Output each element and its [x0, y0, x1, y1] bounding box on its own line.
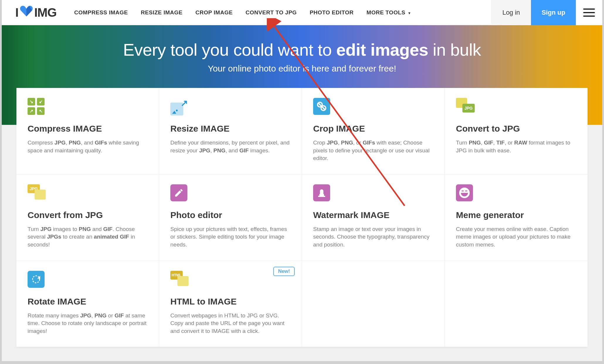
heart-icon — [20, 5, 33, 20]
svg-line-5 — [319, 103, 321, 106]
nav-crop[interactable]: CROP IMAGE — [196, 9, 233, 16]
tool-title: Resize IMAGE — [170, 124, 291, 134]
tool-desc: Stamp an image or text over your images … — [313, 225, 433, 249]
tool-html-to-image[interactable]: New! HTML HTML to IMAGE Convert webpages… — [159, 261, 302, 347]
tool-title: Convert from JPG — [28, 210, 148, 220]
tool-title: Convert to JPG — [456, 124, 576, 134]
chevron-down-icon: ▼ — [406, 11, 411, 15]
svg-rect-11 — [465, 190, 467, 191]
nav-links: COMPRESS IMAGE RESIZE IMAGE CROP IMAGE C… — [74, 9, 411, 16]
tool-title: Photo editor — [170, 210, 291, 220]
tool-desc: Define your dimensions, by percent or pi… — [170, 139, 291, 154]
signup-button[interactable]: Sign up — [531, 0, 576, 25]
tool-desc: Spice up your pictures with text, effect… — [170, 225, 291, 249]
nav-compress[interactable]: COMPRESS IMAGE — [74, 9, 128, 16]
tool-convert-to-jpg[interactable]: JPG Convert to JPG Turn PNG, GIF, TIF, o… — [445, 88, 588, 174]
login-button[interactable]: Log in — [491, 0, 531, 25]
compress-icon: ↘↙↗↖ — [28, 98, 148, 117]
tool-desc: Convert webpages in HTML to JPG or SVG. … — [170, 312, 291, 335]
logo-text-pre: I — [15, 6, 18, 20]
tool-meme-generator[interactable]: Meme generator Create your memes online … — [445, 174, 588, 261]
svg-line-6 — [322, 107, 325, 109]
photo-editor-icon — [170, 184, 291, 203]
watermark-icon — [313, 184, 433, 203]
tool-desc: Turn JPG images to PNG and GIF. Choose s… — [28, 225, 148, 249]
hero-title: Every tool you could want to edit images… — [2, 40, 602, 59]
tool-crop-image[interactable]: Crop IMAGE Crop JPG, PNG, or GIFs with e… — [302, 88, 445, 174]
tool-title: HTML to IMAGE — [170, 297, 291, 307]
svg-rect-8 — [319, 194, 324, 196]
svg-point-2 — [176, 110, 178, 111]
nav-convert-to-jpg[interactable]: CONVERT TO JPG — [246, 9, 297, 16]
logo-text-post: IMG — [34, 6, 57, 20]
tool-title: Rotate IMAGE — [28, 297, 148, 307]
tool-watermark-image[interactable]: Watermark IMAGE Stamp an image or text o… — [302, 174, 445, 261]
tool-title: Watermark IMAGE — [313, 210, 433, 220]
tool-photo-editor[interactable]: Photo editor Spice up your pictures with… — [159, 174, 302, 261]
tool-title: Compress IMAGE — [28, 124, 148, 134]
meme-icon — [456, 184, 576, 203]
tool-empty — [445, 261, 588, 347]
nav-photo-editor[interactable]: PHOTO EDITOR — [310, 9, 354, 16]
nav-right: Log in Sign up — [491, 0, 602, 25]
html-to-image-icon: HTML — [170, 271, 291, 290]
tool-desc: Create your memes online with ease. Capt… — [456, 225, 576, 249]
tool-rotate-image[interactable]: Rotate IMAGE Rotate many images JPG, PNG… — [16, 261, 159, 347]
svg-marker-1 — [172, 111, 176, 114]
tools-grid: ↘↙↗↖ Compress IMAGE Compress JPG, PNG, a… — [16, 88, 588, 347]
tool-convert-from-jpg[interactable]: JPG Convert from JPG Turn JPG images to … — [16, 174, 159, 261]
tool-title: Meme generator — [456, 210, 576, 220]
crop-icon — [313, 98, 433, 117]
logo[interactable]: I IMG — [15, 5, 57, 20]
nav-resize[interactable]: RESIZE IMAGE — [141, 9, 182, 16]
tool-resize-image[interactable]: ↗ Resize IMAGE Define your dimensions, b… — [159, 88, 302, 174]
tool-desc: Compress JPG, PNG, and GIFs while saving… — [28, 139, 148, 154]
tool-compress-image[interactable]: ↘↙↗↖ Compress IMAGE Compress JPG, PNG, a… — [16, 88, 159, 174]
convert-from-jpg-icon: JPG — [28, 184, 148, 203]
menu-icon[interactable] — [576, 0, 602, 25]
convert-to-jpg-icon: JPG — [456, 98, 576, 117]
tool-title: Crop IMAGE — [313, 124, 433, 134]
new-badge: New! — [273, 267, 295, 276]
svg-rect-7 — [318, 196, 325, 197]
tool-desc: Turn PNG, GIF, TIF, or RAW format images… — [456, 139, 576, 154]
svg-point-12 — [33, 276, 40, 283]
tool-desc: Rotate many images JPG, PNG or GIF at sa… — [28, 312, 148, 335]
resize-icon: ↗ — [170, 98, 291, 117]
navbar: I IMG COMPRESS IMAGE RESIZE IMAGE CROP I… — [2, 0, 602, 25]
rotate-icon — [28, 271, 148, 290]
nav-more-tools[interactable]: MORE TOOLS ▼ — [367, 9, 411, 16]
svg-rect-10 — [462, 190, 464, 191]
hero-subtitle: Your online photo editor is here and for… — [2, 64, 602, 74]
tool-empty — [302, 261, 445, 347]
tool-desc: Crop JPG, PNG, or GIFs with ease; Choose… — [313, 139, 433, 162]
